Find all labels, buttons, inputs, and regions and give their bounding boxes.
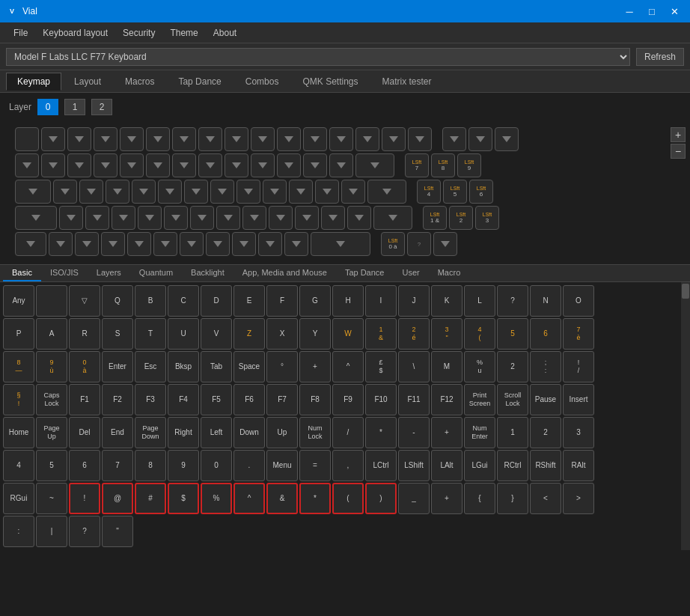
grid-key-6[interactable]: 6 <box>530 318 561 350</box>
key-s-vis[interactable] <box>85 206 109 230</box>
grid-key-qmark[interactable]: ? <box>497 285 528 317</box>
key-f11-vis[interactable] <box>303 127 327 151</box>
grid-key-n[interactable]: N <box>530 285 561 317</box>
grid-key-3quot[interactable]: 3" <box>431 318 462 350</box>
grid-key-pause[interactable]: Pause <box>530 384 561 415</box>
menu-security[interactable]: Security <box>115 25 162 41</box>
minimize-button[interactable]: ─ <box>620 4 639 19</box>
grid-key-insert[interactable]: Insert <box>563 384 594 415</box>
grid-key-s[interactable]: S <box>102 318 133 350</box>
key-o-vis[interactable] <box>263 180 287 204</box>
grid-key-num-plus[interactable]: + <box>431 417 462 448</box>
grid-key-sect[interactable]: §! <box>3 384 34 415</box>
key-t-vis[interactable] <box>158 180 182 204</box>
grid-key-f10[interactable]: F10 <box>365 384 397 415</box>
layer-button-1[interactable]: 1 <box>64 99 85 115</box>
grid-key-f4[interactable]: F4 <box>168 384 199 415</box>
grid-key-2-row3[interactable]: 2 <box>497 351 528 382</box>
grid-key-caret[interactable]: ^ <box>332 351 364 382</box>
key-6-vis[interactable] <box>172 153 196 177</box>
menu-file[interactable]: File <box>6 25 35 41</box>
grid-key-comma[interactable]: , <box>332 450 364 481</box>
grid-key-pctU[interactable]: %u <box>464 351 495 382</box>
key-9-vis[interactable] <box>251 153 275 177</box>
grid-key-rparen-hl[interactable]: ) <box>365 483 397 514</box>
key-period-vis[interactable] <box>258 232 282 256</box>
grid-key-backslash[interactable]: \ <box>398 351 430 382</box>
grid-key-pound[interactable]: £$ <box>365 351 397 382</box>
key-3-vis[interactable] <box>94 153 117 177</box>
grid-key-num3[interactable]: 3 <box>563 417 594 448</box>
grid-key-ralt[interactable]: RAlt <box>563 450 594 481</box>
key-u-vis[interactable] <box>210 180 234 204</box>
grid-key-print-screen[interactable]: PrintScreen <box>464 384 495 415</box>
grid-key-f1[interactable]: F1 <box>69 384 100 415</box>
grid-key-v[interactable]: V <box>201 318 232 350</box>
key-f-vis[interactable] <box>138 206 162 230</box>
grid-key-f[interactable]: F <box>266 285 298 317</box>
key-pgup-vis[interactable] <box>495 127 519 151</box>
grid-key-num-star[interactable]: * <box>365 417 397 448</box>
key-p-vis[interactable] <box>289 180 313 204</box>
grid-key-num6[interactable]: 6 <box>69 450 100 481</box>
key-e-vis[interactable] <box>106 180 129 204</box>
grid-key-pct-hl[interactable]: % <box>201 483 232 514</box>
grid-key-qmark2[interactable]: ? <box>69 516 100 547</box>
grid-key-trns[interactable]: ▽ <box>69 285 100 317</box>
grid-key-enter[interactable]: Enter <box>102 351 133 382</box>
grid-key-i[interactable]: I <box>365 285 397 317</box>
grid-key-num-lock[interactable]: NumLock <box>299 417 331 448</box>
key-tab-user[interactable]: User <box>393 265 428 281</box>
key-esc-vis[interactable] <box>15 127 39 151</box>
key-lbracket-vis[interactable] <box>315 180 339 204</box>
grid-key-1amp[interactable]: 1& <box>365 318 397 350</box>
key-a-vis[interactable] <box>59 206 83 230</box>
grid-key-hash-hl[interactable]: # <box>135 483 166 514</box>
grid-key-5[interactable]: 5 <box>497 318 528 350</box>
grid-key-r[interactable]: R <box>69 318 100 350</box>
grid-key-any[interactable]: Any <box>3 285 34 317</box>
key-num2-vis[interactable]: LSft2 <box>449 206 473 230</box>
key-z-vis[interactable] <box>49 232 73 256</box>
key-f14-vis[interactable] <box>382 127 406 151</box>
key-i-vis[interactable] <box>236 180 260 204</box>
key-hash-vis[interactable] <box>347 206 371 230</box>
grid-key-up[interactable]: Up <box>266 417 298 448</box>
key-minus-vis[interactable] <box>303 153 327 177</box>
key-del-vis[interactable]: LSft7 <box>405 153 429 177</box>
key-4-vis[interactable] <box>120 153 144 177</box>
key-c-vis[interactable] <box>101 232 125 256</box>
grid-key-lctrl[interactable]: LCtrl <box>365 450 397 481</box>
grid-key-h[interactable]: H <box>332 285 364 317</box>
key-d-vis[interactable] <box>112 206 135 230</box>
grid-key-rctrl[interactable]: RCtrl <box>497 450 528 481</box>
grid-key-num1[interactable]: 1 <box>497 417 528 448</box>
key-num4-vis[interactable]: LSft4 <box>417 180 441 204</box>
key-f5-vis[interactable] <box>146 127 170 151</box>
grid-key-num-minus[interactable]: - <box>398 417 430 448</box>
key-numdot-vis[interactable]: ? <box>407 232 431 256</box>
key-l-vis[interactable] <box>269 206 293 230</box>
grid-key-menu[interactable]: Menu <box>266 450 298 481</box>
grid-key-num-enter[interactable]: NumEnter <box>464 417 495 448</box>
grid-key-j[interactable]: J <box>398 285 430 317</box>
key-k-vis[interactable] <box>242 206 266 230</box>
key-plus-vis[interactable] <box>329 153 353 177</box>
key-enter-vis[interactable] <box>367 180 406 204</box>
key-tab-backlight[interactable]: Backlight <box>182 265 233 281</box>
grid-key-tilde[interactable]: ~ <box>36 483 67 514</box>
grid-key-esc[interactable]: Esc <box>135 351 166 382</box>
key-tab-basic[interactable]: Basic <box>3 265 41 281</box>
grid-key-a[interactable]: A <box>36 318 67 350</box>
grid-key-lalt[interactable]: LAlt <box>431 450 462 481</box>
key-x-vis[interactable] <box>75 232 99 256</box>
grid-key-lshift[interactable]: LShift <box>398 450 430 481</box>
grid-key-w[interactable]: W <box>332 318 364 350</box>
grid-key-capslock[interactable]: CapsLock <box>36 384 67 415</box>
grid-key-dollar-hl[interactable]: $ <box>168 483 199 514</box>
grid-key-f9[interactable]: F9 <box>332 384 364 415</box>
grid-key-excl[interactable]: !/ <box>563 351 594 382</box>
grid-key-lcurly[interactable]: { <box>464 483 495 514</box>
key-tab-iso[interactable]: ISO/JIS <box>41 265 88 281</box>
key-caps-vis[interactable] <box>15 206 57 230</box>
